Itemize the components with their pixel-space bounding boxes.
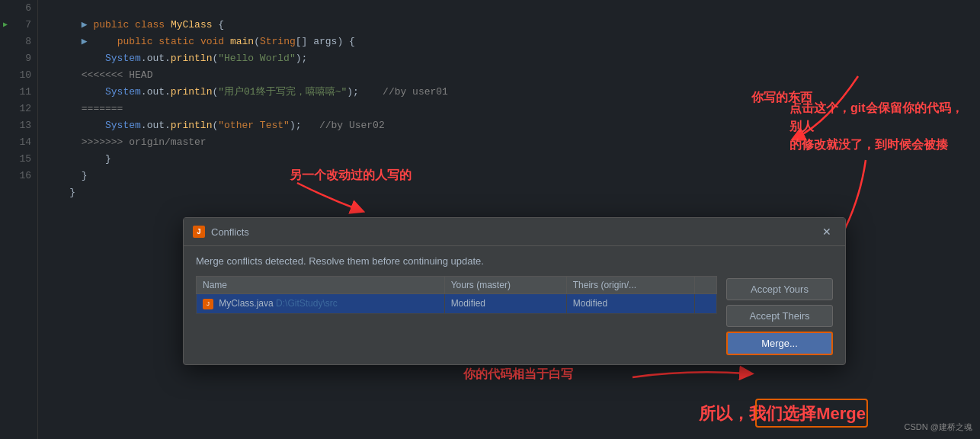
file-path: D:\GitStudy\src [276, 298, 338, 309]
line-7: 7 [0, 17, 37, 34]
merge-button[interactable]: Merge... [726, 332, 833, 355]
line-16: 16 [0, 168, 37, 184]
code-line-15: } [46, 151, 980, 168]
accept-theirs-button[interactable]: Accept Theirs [726, 305, 833, 327]
dialog-body: Merge conflicts detected. Resolve them b… [184, 246, 845, 364]
conflicts-dialog: J Conflicts ✕ Merge conflicts detected. … [183, 217, 846, 365]
dialog-title-left: J Conflicts [193, 226, 249, 238]
line-10: 10 [0, 67, 37, 84]
table-row[interactable]: J MyClass.java D:\GitStudy\src Modified … [197, 294, 717, 314]
yours-status: Modified [444, 294, 566, 314]
line-8: 8 [0, 34, 37, 50]
dialog-left-panel: Merge conflicts detected. Resolve them b… [196, 255, 717, 355]
line-15: 15 [0, 151, 37, 168]
dialog-titlebar: J Conflicts ✕ [184, 218, 845, 246]
dialog-title-text: Conflicts [211, 226, 249, 238]
accept-yours-button[interactable]: Accept Yours [726, 278, 833, 300]
line-12: 12 [0, 101, 37, 117]
dialog-icon: J [193, 226, 205, 238]
dialog-right-panel: Accept Yours Accept Theirs Merge... [726, 255, 833, 355]
col-name: Name [197, 277, 445, 294]
code-line-6: ▶ public class MyClass { [46, 0, 980, 17]
theirs-status: Modified [566, 294, 695, 314]
code-line-12: System.out.println("other Test"); //by U… [46, 101, 980, 117]
col-theirs: Theirs (origin/... [566, 277, 695, 294]
col-actions [695, 277, 717, 294]
code-line-10: System.out.println("用户01终于写完，嘻嘻嘻~"); //b… [46, 67, 980, 84]
file-name-cell: J MyClass.java D:\GitStudy\src [197, 294, 445, 314]
row-actions [695, 294, 717, 314]
col-yours: Yours (master) [444, 277, 566, 294]
line-6: 6 [0, 0, 37, 17]
java-file-icon: J [203, 299, 213, 309]
line-numbers: 6 7 8 9 10 11 12 13 14 15 16 [0, 0, 38, 439]
dialog-message: Merge conflicts detected. Resolve them b… [196, 255, 717, 267]
line-9: 9 [0, 50, 37, 67]
conflicts-table: Name Yours (master) Theirs (origin/... J… [196, 276, 717, 314]
code-line-16: } [46, 168, 980, 184]
file-name: MyClass.java [219, 298, 273, 309]
dialog-close-button[interactable]: ✕ [818, 224, 836, 239]
line-14: 14 [0, 134, 37, 151]
line-11: 11 [0, 84, 37, 101]
line-13: 13 [0, 117, 37, 134]
